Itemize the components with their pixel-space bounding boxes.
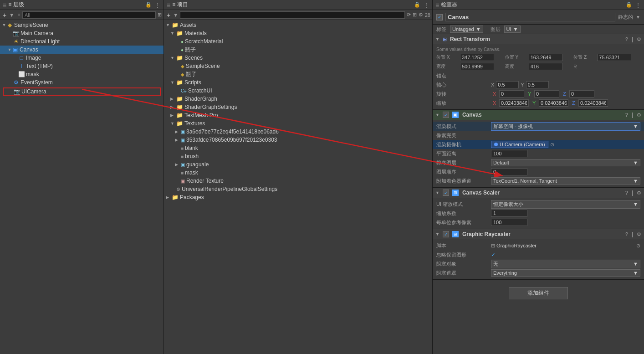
rect-transform-gear-icon[interactable]: ⚙ [637,36,641,42]
assets-arrow[interactable] [166,23,170,27]
tree-item-uicamera[interactable]: 📷 UICamera [3,87,161,96]
graphic-raycaster-help-icon[interactable]: ? [625,231,628,237]
order-input[interactable] [491,168,527,175]
pos-z-input[interactable] [597,54,631,61]
graphic-raycaster-header[interactable]: ✓ ⊞ Graphic Raycaster ? | ⚙ [433,229,644,239]
height-input[interactable] [529,63,563,70]
hierarchy-filter-icon[interactable]: ⊞ [158,12,162,18]
rot-x-input[interactable] [499,90,524,97]
project-item-materials[interactable]: 📁 Materials [164,29,432,37]
packages-arrow[interactable] [166,195,170,200]
canvas-component-header[interactable]: ✓ ▣ Canvas ? | ⚙ [433,110,644,120]
project-item-textures[interactable]: 📁 Textures [164,119,432,128]
project-item-urpsettings[interactable]: ⚙ UniversalRenderPipelineGlobalSettings [164,185,432,193]
project-item-shadergraphsettings[interactable]: 📁 ShaderGraphSettings [164,103,432,111]
scripts-arrow[interactable] [170,80,175,85]
blocking-objects-dropdown[interactable]: 无 ▼ [491,260,640,268]
go-static-arrow[interactable]: ▼ [636,15,640,20]
graphic-raycaster-collapse-icon[interactable] [435,232,440,236]
scenes-arrow[interactable] [170,56,175,60]
tree-item-samplescene[interactable]: ◆ SampleScene [0,21,164,29]
project-view-icon[interactable]: ⊞ [413,12,417,18]
project-item-shadergraph[interactable]: 📁 ShaderGraph [164,95,432,103]
tex1-arrow[interactable] [175,129,179,134]
textmeshpro-arrow[interactable] [170,113,175,118]
rot-z-input[interactable] [569,90,594,97]
tree-item-mask[interactable]: ⬜ mask [0,70,164,78]
project-add-button[interactable]: + [166,11,171,19]
project-item-scratchmaterial[interactable]: ● ScratchMaterial [164,37,432,46]
hierarchy-add-button[interactable]: + [2,11,7,19]
tree-item-texttmp[interactable]: T Text (TMP) [0,62,164,70]
addl-shader-dropdown[interactable]: TexCoord1, Normal, Tangent ▼ [491,177,640,185]
hierarchy-search-input[interactable] [22,11,156,19]
project-item-scenes[interactable]: 📁 Scenes [164,54,432,62]
project-item-assets[interactable]: 📁 Assets [164,21,432,29]
shadergraph-arrow[interactable] [170,97,175,101]
project-item-tex2[interactable]: ▣ 353afdce70865e09b697f20123e0303 [164,136,432,144]
scale-y-input[interactable] [539,99,568,107]
inspector-menu-icon[interactable]: ≡ [435,1,439,9]
canvas-scaler-help-icon[interactable]: ? [625,190,628,195]
go-enabled-checkbox[interactable]: ✓ [436,14,443,21]
inspector-kebab-icon[interactable]: ⋮ [635,1,641,9]
canvas-scaler-collapse-icon[interactable] [435,190,440,195]
scale-x-input[interactable] [499,99,529,107]
add-component-button[interactable]: 添加组件 [509,287,568,299]
graphic-raycaster-gear-icon[interactable]: ⚙ [637,231,641,237]
tree-item-image[interactable]: □ Image [0,54,164,62]
hierarchy-menu-icon[interactable]: ≡ [3,1,6,9]
project-item-bottlecap2[interactable]: ◆ 瓶子 [164,70,432,78]
plane-distance-input[interactable] [491,150,527,157]
go-name-input[interactable] [445,13,615,21]
ignore-reversed-checkbox[interactable]: ✓ [491,251,496,258]
rot-y-input[interactable] [534,90,559,97]
project-item-bottlecap[interactable]: ● 瓶子 [164,46,432,54]
project-item-scratchui[interactable]: C# ScratchUI [164,87,432,95]
pivot-x-input[interactable] [496,81,519,88]
graphic-raycaster-enabled-checkbox[interactable]: ✓ [443,231,449,237]
project-item-packages[interactable]: 📁 Packages [164,193,432,201]
inspector-lock-icon[interactable]: 🔓 [626,2,632,8]
project-kebab-icon[interactable]: ⋮ [423,1,429,9]
project-item-mask2[interactable]: ■ mask [164,169,432,177]
samplescene-arrow[interactable] [2,23,6,27]
script-target-icon[interactable]: ⊙ [636,243,640,249]
layer-dropdown[interactable]: UI ▼ [504,26,521,33]
pos-x-input[interactable] [460,54,494,61]
textures-arrow[interactable] [170,121,175,126]
project-menu-icon[interactable]: ≡ [167,1,170,9]
sort-layer-dropdown[interactable]: Default ▼ [491,159,640,166]
canvas-help-icon[interactable]: ? [625,112,628,118]
tree-item-maincamera[interactable]: 📷 Main Camera [0,29,164,37]
project-item-textmeshpro[interactable]: 📁 TextMesh Pro [164,111,432,119]
blocking-mask-dropdown[interactable]: Everything ▼ [491,269,640,277]
canvas-collapse-icon[interactable] [435,113,440,117]
canvas-enabled-checkbox[interactable]: ✓ [443,112,449,118]
render-mode-dropdown[interactable]: 屏幕空间 - 摄像机 ▼ [491,122,640,131]
width-input[interactable] [460,63,494,70]
project-item-blank[interactable]: ■ blank [164,144,432,152]
rect-transform-collapse-icon[interactable] [435,37,440,41]
project-refresh-icon[interactable]: ⟳ [407,12,411,18]
project-item-guaguale[interactable]: ▣ guaguale [164,160,432,169]
project-item-tex1[interactable]: ▣ 3a6ed7be77c2eq4f5e141418be06ad6 [164,128,432,136]
hierarchy-kebab-icon[interactable]: ⋮ [154,1,161,9]
tree-item-directionallight[interactable]: ☀ Directional Light [0,37,164,46]
scale-z-input[interactable] [578,99,608,107]
tex2-arrow[interactable] [175,138,179,142]
project-settings-icon[interactable]: ⚙ [419,12,423,18]
guaguale-arrow[interactable] [175,162,179,167]
project-item-scripts[interactable]: 📁 Scripts [164,78,432,87]
canvas-scaler-header[interactable]: ✓ ⊞ Canvas Scaler ? | ⚙ [433,188,644,198]
render-camera-target-icon[interactable]: ⊙ [550,142,554,148]
scale-factor-input[interactable] [491,210,527,217]
project-item-samplescenefile[interactable]: ◆ SampleScene [164,62,432,70]
tag-dropdown[interactable]: Untagged ▼ [450,26,483,33]
project-item-rendertexture[interactable]: ▣ Render Texture [164,177,432,185]
materials-arrow[interactable] [170,31,175,36]
canvas-scaler-enabled-checkbox[interactable]: ✓ [443,190,449,196]
hierarchy-lock-icon[interactable]: 🔓 [145,2,152,8]
project-lock-icon[interactable]: 🔓 [414,2,420,8]
canvas-gear-icon[interactable]: ⚙ [637,112,641,118]
